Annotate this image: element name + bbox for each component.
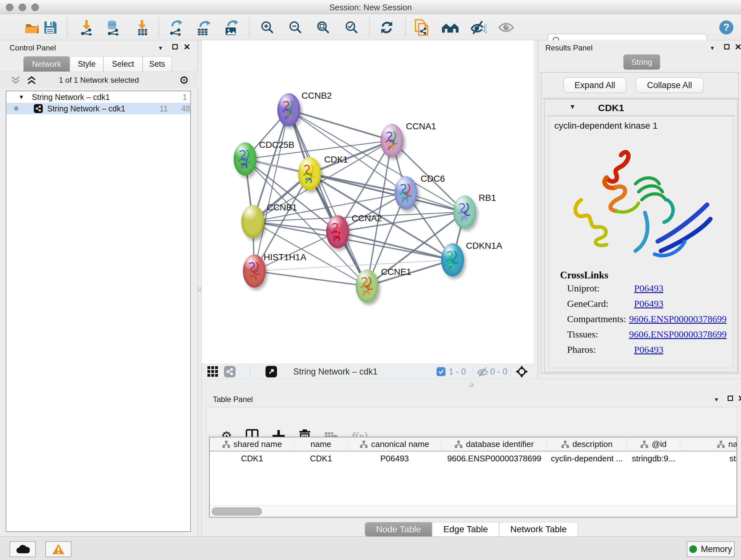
left-splitter[interactable]	[198, 40, 202, 537]
column-header-shared-name[interactable]: shared name	[210, 437, 294, 451]
crosslink-value-link[interactable]: P06493	[634, 298, 664, 309]
hide-graphics-details-button[interactable]	[469, 18, 487, 37]
share-network-icon[interactable]	[224, 366, 235, 377]
import-network-icon	[79, 19, 94, 36]
table-cell[interactable]: 9606.ENSP00000378699	[442, 452, 547, 465]
network-canvas[interactable]: CCNB2CCNA1CDC25BCDK1CDC6RB1CCNB1CCNA2CDK…	[202, 40, 534, 364]
folder-icon	[24, 20, 40, 35]
panel-collapse-icon[interactable]: ▾	[711, 44, 714, 52]
card-collapse-icon[interactable]: ▼	[569, 103, 576, 111]
table-cell[interactable]: stringdb:9...	[627, 452, 680, 465]
column-header-description[interactable]: description	[547, 437, 627, 451]
node-table[interactable]: shared namenamecanonical namedatabase id…	[209, 437, 737, 517]
edge-CCNB2-CCNA1[interactable]	[289, 110, 392, 140]
panel-float-icon[interactable]	[728, 395, 733, 401]
tab-select[interactable]: Select	[104, 56, 143, 71]
tab-edge-table[interactable]: Edge Table	[432, 522, 499, 537]
panel-collapse-icon[interactable]: ▾	[159, 44, 162, 52]
save-session-button[interactable]	[42, 18, 59, 37]
table-cell[interactable]: stringdb	[680, 452, 737, 465]
import-table-button[interactable]	[133, 18, 151, 37]
panel-float-icon[interactable]	[724, 44, 730, 50]
import-network-database-button[interactable]	[104, 18, 122, 37]
tab-node-table[interactable]: Node Table	[365, 522, 432, 537]
scrollbar-thumb[interactable]	[212, 507, 262, 516]
export-image-button[interactable]	[222, 18, 240, 37]
zoom-in-icon	[260, 20, 275, 35]
edge-CCNB2-HIST1H1A[interactable]	[254, 110, 289, 271]
network-row-selected[interactable]: String Network – cdk1 11 48	[6, 103, 190, 114]
splitter-handle[interactable]	[197, 287, 202, 292]
import-network-file-button[interactable]	[77, 18, 95, 37]
show-graphics-details-button[interactable]	[497, 18, 515, 37]
zoom-in-button[interactable]	[259, 18, 276, 37]
column-header-database-identifier[interactable]: database identifier	[442, 437, 547, 451]
collapse-all-button[interactable]: Collapse All	[636, 78, 703, 93]
column-header-namespace[interactable]: namespace	[680, 437, 737, 451]
node-label-CDK1: CDK1	[324, 154, 348, 165]
crosslink-value-link[interactable]: 9606.ENSP00000378699	[629, 314, 727, 324]
crosslink-value-link[interactable]: 9606.ENSP00000378699	[629, 329, 727, 340]
open-in-window-icon[interactable]	[266, 366, 277, 377]
edge-HIST1H1A-CCNE1[interactable]	[254, 271, 367, 286]
crosslink-value-link[interactable]: P06493	[634, 283, 664, 294]
column-header-@id[interactable]: @id	[627, 437, 680, 451]
expand-all-button[interactable]: Expand All	[563, 78, 626, 93]
panel-close-icon[interactable]: ✕	[738, 394, 741, 403]
cloud-button[interactable]	[10, 541, 36, 557]
node-CDC25B[interactable]	[233, 142, 257, 176]
node-CDK1[interactable]	[298, 157, 321, 190]
string-import-button[interactable]	[413, 18, 430, 37]
zoom-selected-button[interactable]	[343, 18, 360, 37]
node-CCNA1[interactable]	[381, 124, 403, 157]
panel-collapse-icon[interactable]: ▾	[715, 395, 718, 403]
table-cell[interactable]: CDK1	[210, 452, 294, 465]
node-RB1[interactable]	[453, 195, 476, 229]
tree-expand-icon[interactable]: ▼	[18, 94, 24, 101]
zoom-fit-button[interactable]	[314, 18, 332, 37]
tab-sets[interactable]: Sets	[143, 56, 172, 71]
node-CCNA2[interactable]	[326, 215, 349, 248]
panel-close-icon[interactable]: ✕	[735, 42, 741, 52]
gear-icon[interactable]: ⚙	[179, 74, 189, 86]
apply-layout-button[interactable]	[378, 18, 396, 37]
selected-checkbox-icon[interactable]	[436, 367, 446, 376]
node-CDC6[interactable]	[394, 176, 417, 209]
panel-close-icon[interactable]: ✕	[184, 42, 191, 52]
protein-card-header[interactable]: ▼ CDK1	[544, 99, 737, 116]
hidden-eye-slash-icon[interactable]	[477, 367, 489, 377]
table-cell[interactable]: P06493	[347, 452, 442, 465]
crosshair-icon[interactable]	[515, 365, 529, 378]
table-cell[interactable]: CDK1	[294, 452, 347, 465]
grid-icon[interactable]	[207, 366, 218, 377]
horizontal-scrollbar[interactable]	[210, 505, 737, 517]
cybrowser-button[interactable]	[441, 18, 459, 37]
edge-CCNA2-HIST1H1A[interactable]	[254, 232, 338, 271]
column-header-name[interactable]: name	[294, 437, 347, 451]
column-header-canonical-name[interactable]: canonical name	[347, 437, 442, 451]
node-CDKN1A[interactable]	[441, 243, 464, 276]
export-network-button[interactable]	[167, 18, 185, 37]
panel-float-icon[interactable]	[172, 44, 178, 50]
memory-button[interactable]: Memory	[687, 541, 735, 557]
export-table-button[interactable]	[194, 18, 212, 37]
node-CCNB1[interactable]	[241, 205, 264, 238]
splitter-handle[interactable]	[469, 382, 474, 387]
crosslink-value-link[interactable]: P06493	[634, 344, 664, 355]
table-cell[interactable]: cyclin-dependent ...	[547, 452, 627, 465]
node-HIST1H1A[interactable]	[243, 254, 266, 288]
window-status-bar: Memory	[0, 537, 741, 560]
zoom-out-button[interactable]	[286, 18, 305, 37]
node-CCNE1[interactable]	[355, 269, 379, 303]
tab-string[interactable]: String	[623, 54, 660, 70]
horizontal-splitter[interactable]	[202, 379, 741, 391]
help-button[interactable]: ?	[718, 18, 735, 37]
warnings-button[interactable]	[45, 541, 71, 557]
network-collection-row[interactable]: ▼ String Network – cdk1 1	[6, 91, 190, 103]
table-row[interactable]: CDK1CDK1P064939606.ENSP00000378699cyclin…	[210, 452, 737, 465]
tab-network[interactable]: Network	[23, 56, 70, 71]
tab-network-table[interactable]: Network Table	[499, 522, 578, 537]
node-CCNB2[interactable]	[277, 93, 300, 126]
open-session-button[interactable]	[23, 18, 41, 37]
tab-style[interactable]: Style	[70, 56, 104, 71]
